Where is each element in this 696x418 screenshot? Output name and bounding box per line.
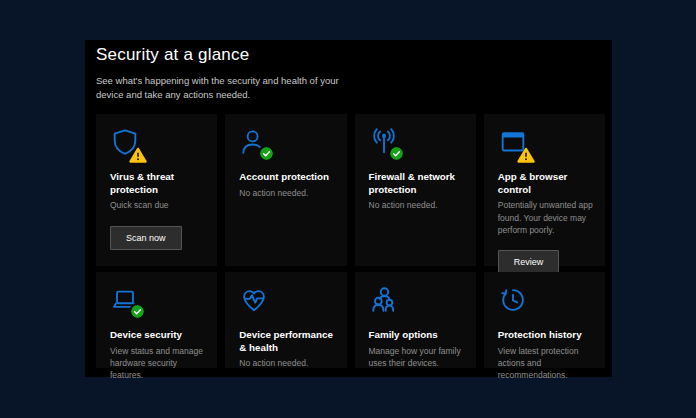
tile-subtitle: View status and manage hardware security… bbox=[110, 345, 211, 381]
shield-icon bbox=[110, 127, 142, 159]
tile-title: App & browser control bbox=[498, 171, 598, 196]
tile-title: Firewall & network protection bbox=[369, 171, 469, 196]
tile-subtitle: Potentially unwanted app found. Your dev… bbox=[498, 199, 599, 235]
ok-badge-icon bbox=[390, 147, 403, 160]
family-icon bbox=[369, 285, 401, 317]
browser-icon bbox=[498, 127, 530, 159]
tile-title: Virus & threat protection bbox=[110, 171, 210, 196]
tile-title: Family options bbox=[369, 329, 469, 342]
tile-device-security[interactable]: Device security View status and manage h… bbox=[96, 272, 217, 368]
person-icon bbox=[239, 127, 271, 159]
tile-subtitle: No action needed. bbox=[239, 187, 340, 199]
tile-title: Device security bbox=[110, 329, 210, 342]
tile-subtitle: View latest protection actions and recom… bbox=[498, 345, 599, 381]
page-subtitle: See what's happening with the security a… bbox=[96, 74, 358, 103]
tile-subtitle: Manage how your family uses their device… bbox=[369, 345, 470, 369]
tile-subtitle: No action needed. bbox=[239, 357, 340, 369]
tile-family-options[interactable]: Family options Manage how your family us… bbox=[355, 272, 476, 368]
ok-badge-icon bbox=[131, 305, 144, 318]
warning-badge-icon bbox=[517, 147, 535, 163]
warning-badge-icon bbox=[129, 147, 147, 163]
tile-virus-threat-protection[interactable]: Virus & threat protection Quick scan due… bbox=[96, 114, 217, 266]
tile-firewall-network-protection[interactable]: Firewall & network protection No action … bbox=[355, 114, 476, 266]
scan-now-button[interactable]: Scan now bbox=[110, 226, 182, 250]
security-panel: Security at a glance See what's happenin… bbox=[85, 40, 612, 377]
page-header: Security at a glance See what's happenin… bbox=[96, 45, 358, 103]
heart-pulse-icon bbox=[239, 285, 271, 317]
ok-badge-icon bbox=[260, 147, 273, 160]
tile-device-performance-health[interactable]: Device performance & health No action ne… bbox=[225, 272, 346, 368]
page-title: Security at a glance bbox=[96, 45, 358, 65]
tile-account-protection[interactable]: Account protection No action needed. bbox=[225, 114, 346, 266]
tile-subtitle: Quick scan due bbox=[110, 199, 211, 211]
tiles-grid: Virus & threat protection Quick scan due… bbox=[96, 114, 605, 368]
tile-title: Device performance & health bbox=[239, 329, 339, 354]
antenna-icon bbox=[369, 127, 401, 159]
tile-title: Protection history bbox=[498, 329, 598, 342]
tile-title: Account protection bbox=[239, 171, 339, 184]
tile-subtitle: No action needed. bbox=[369, 199, 470, 211]
tile-app-browser-control[interactable]: App & browser control Potentially unwant… bbox=[484, 114, 605, 266]
tile-protection-history[interactable]: Protection history View latest protectio… bbox=[484, 272, 605, 368]
laptop-icon bbox=[110, 285, 142, 317]
review-button[interactable]: Review bbox=[498, 250, 560, 274]
history-icon bbox=[498, 285, 530, 317]
